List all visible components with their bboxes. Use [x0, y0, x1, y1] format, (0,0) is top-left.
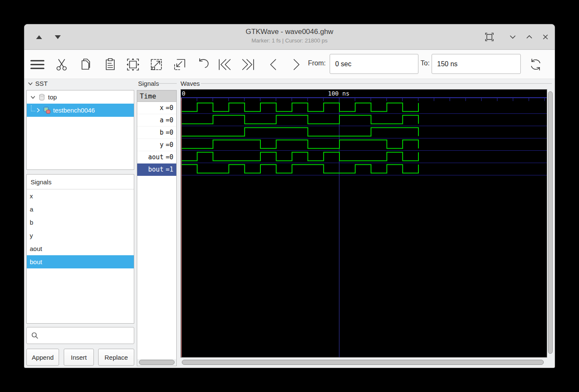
signal-row-x[interactable]: x=0	[137, 102, 176, 114]
list-item-a[interactable]: a	[27, 203, 134, 216]
signal-name: x	[160, 104, 164, 112]
signal-name: a	[160, 116, 164, 124]
to-input[interactable]	[432, 54, 521, 74]
cut-button[interactable]	[53, 56, 70, 73]
paste-button[interactable]	[102, 56, 119, 73]
menu-button[interactable]	[29, 56, 46, 73]
signals-hscrollbar[interactable]	[137, 359, 176, 365]
clipboard-paste-icon	[104, 58, 116, 71]
reload-button[interactable]	[527, 56, 544, 73]
sst-tree: top testbench0046	[26, 90, 134, 170]
zoom-in-button[interactable]	[171, 56, 188, 73]
list-item-b[interactable]: b	[27, 216, 134, 229]
replace-button[interactable]: Replace	[98, 349, 134, 366]
copy-button[interactable]	[77, 56, 94, 73]
signal-name: b	[160, 129, 164, 136]
insert-button[interactable]: Insert	[64, 349, 94, 366]
list-item-aout[interactable]: aout	[27, 242, 134, 255]
signal-value: =0	[166, 141, 173, 149]
signal-search[interactable]	[26, 327, 134, 344]
signal-list: Signals x a b y aout bout	[26, 174, 134, 324]
expander-closed-icon[interactable]	[36, 107, 40, 113]
waves-frame-label: Waves	[181, 80, 200, 87]
chevron-up-icon	[525, 33, 534, 41]
tree-item-top[interactable]: top	[27, 90, 134, 104]
chevron-down-icon	[28, 82, 33, 86]
go-to-end-button[interactable]	[240, 56, 257, 73]
signal-row-aout[interactable]: aout=0	[137, 151, 176, 164]
close-button[interactable]	[538, 30, 553, 44]
list-item-y[interactable]: y	[27, 229, 134, 242]
signal-name: aout	[148, 153, 164, 161]
signal-row-a[interactable]: a=0	[137, 114, 176, 127]
tree-item-testbench[interactable]: testbench0046	[27, 104, 134, 117]
to-label: To:	[421, 59, 429, 67]
time-label: 100 ns	[328, 90, 350, 97]
signals-hscrollbar-thumb[interactable]	[139, 360, 175, 365]
skip-to-start-icon	[217, 57, 233, 72]
testbench-icon	[42, 106, 51, 114]
signal-value: =0	[166, 153, 173, 161]
zoom-fit-icon	[126, 57, 140, 72]
sst-expander[interactable]: SST	[28, 80, 48, 87]
hamburger-menu-icon	[30, 58, 45, 71]
search-input[interactable]	[42, 332, 134, 340]
tree-connector	[31, 105, 35, 111]
signals-values-panel: Time x=0 a=0 b=0 y=0 aout=0 bout=1	[137, 90, 177, 366]
restore-button[interactable]	[522, 30, 537, 44]
undo-arrow-icon	[196, 57, 211, 72]
wave-trace-y	[181, 140, 418, 149]
chevron-left-icon	[268, 57, 279, 72]
marker-cursor-status: Marker: 1 fs | Cursor: 21800 ps	[24, 37, 555, 44]
signal-row-b[interactable]: b=0	[137, 127, 176, 139]
reload-icon	[528, 57, 543, 72]
screen: GTKWave - wave0046.ghw Marker: 1 fs | Cu…	[0, 0, 579, 392]
wave-trace-x	[181, 103, 418, 112]
wave-canvas[interactable]: 0100 ns	[181, 89, 547, 358]
signals-frame-label: Signals	[138, 80, 159, 87]
titlebar[interactable]: GTKWave - wave0046.ghw Marker: 1 fs | Cu…	[24, 24, 555, 50]
wave-hscrollbar-thumb[interactable]	[182, 360, 544, 365]
append-button[interactable]: Append	[26, 349, 59, 366]
from-label: From:	[308, 59, 326, 67]
go-to-start-button[interactable]	[216, 56, 233, 73]
signal-value: =0	[166, 116, 173, 124]
signal-row-y[interactable]: y=0	[137, 139, 176, 151]
zoom-out-full-button[interactable]	[148, 56, 165, 73]
undo-button[interactable]	[195, 56, 212, 73]
list-item-bout[interactable]: bout	[27, 255, 134, 268]
maximize-icon	[485, 32, 494, 42]
window-title: GTKWave - wave0046.ghw	[24, 28, 555, 36]
shift-right-button[interactable]	[288, 56, 305, 73]
time-label: 0	[182, 90, 185, 97]
zoom-out-dashed-icon	[149, 57, 164, 72]
signal-value: =0	[166, 104, 173, 112]
scissors-icon	[55, 58, 68, 71]
minimize-button[interactable]	[506, 30, 520, 44]
waveform-plot[interactable]: 0100 ns	[181, 90, 547, 357]
zoom-fit-button[interactable]	[124, 56, 141, 73]
expander-open-icon[interactable]	[30, 95, 36, 99]
skip-to-end-icon	[240, 57, 256, 72]
wave-trace-b	[181, 128, 418, 136]
signal-row-bout[interactable]: bout=1	[137, 164, 176, 176]
close-icon	[541, 33, 550, 41]
list-item-x[interactable]: x	[27, 189, 134, 203]
zoom-in-icon	[172, 57, 187, 72]
wave-trace-bout	[181, 165, 418, 173]
time-header[interactable]: Time	[137, 90, 176, 102]
maximize-button[interactable]	[482, 30, 497, 44]
wave-trace-aout	[181, 152, 418, 161]
chevron-down-icon	[508, 33, 517, 41]
shift-left-button[interactable]	[265, 56, 282, 73]
sst-label: SST	[35, 80, 48, 87]
wave-vscrollbar[interactable]	[548, 89, 553, 358]
signal-name: bout	[148, 166, 164, 173]
toolbar: From: To:	[24, 50, 555, 79]
gtkwave-window: GTKWave - wave0046.ghw Marker: 1 fs | Cu…	[24, 24, 555, 368]
from-input[interactable]	[330, 54, 418, 74]
wave-vscrollbar-thumb[interactable]	[548, 91, 553, 354]
wave-hscrollbar[interactable]	[181, 359, 553, 365]
copy-icon	[79, 58, 92, 71]
signal-list-header[interactable]: Signals	[27, 175, 134, 189]
